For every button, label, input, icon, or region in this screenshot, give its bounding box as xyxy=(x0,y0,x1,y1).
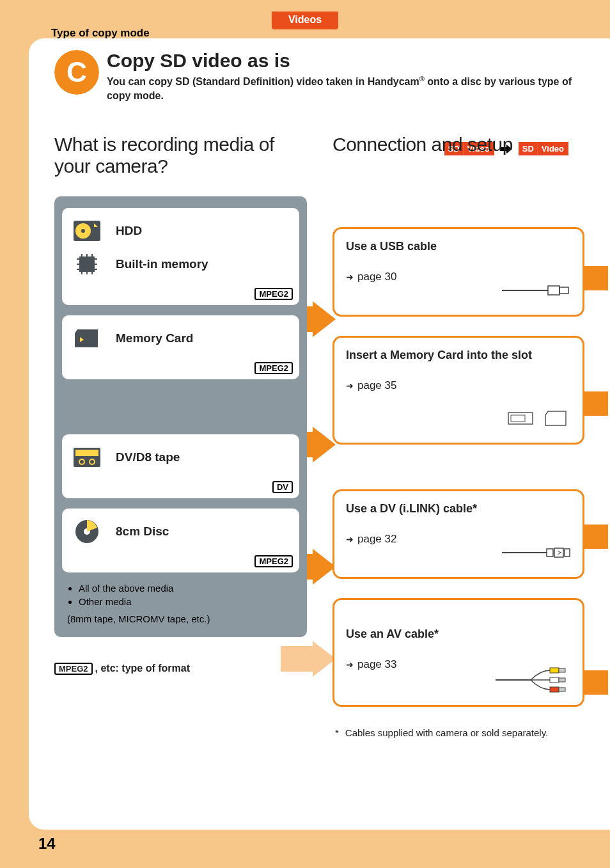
svg-rect-30 xyxy=(565,549,570,556)
footnote-text: Cables supplied with camera or sold sepa… xyxy=(345,726,548,739)
svg-rect-26 xyxy=(511,415,525,422)
disc-label: 8cm Disc xyxy=(116,525,169,539)
svg-rect-34 xyxy=(550,677,559,683)
memory-chip-icon xyxy=(71,250,103,278)
registered-mark: ® xyxy=(419,75,425,83)
arrow-icon: ➜ xyxy=(346,272,354,282)
conn-card-mem: Insert a Memory Card into the slot ➜ pag… xyxy=(332,336,584,445)
left-heading: What is recording media of your camera? xyxy=(54,134,307,177)
mode-c-badge: C xyxy=(54,50,99,95)
svg-rect-24 xyxy=(559,287,568,294)
media-row-memcard: Memory Card xyxy=(71,324,290,352)
stripe xyxy=(583,670,608,695)
type-of-copy-mode-label: Type of copy mode xyxy=(51,27,150,40)
right-heading: Connection and setup xyxy=(332,134,584,155)
dv-badge: DV xyxy=(272,481,293,493)
disc-icon xyxy=(71,517,103,546)
svg-rect-33 xyxy=(559,668,565,672)
conn-card-av: Use an AV cable* ➜ page 33 xyxy=(332,598,584,707)
conn-mem-title: Insert a Memory Card into the slot xyxy=(346,348,571,363)
svg-point-2 xyxy=(81,229,85,233)
mpeg2-badge: MPEG2 xyxy=(54,663,93,675)
page-subtitle: You can copy SD (Standard Definition) vi… xyxy=(107,74,584,103)
note-other-media: Other media xyxy=(79,595,297,608)
av-cable-icon xyxy=(496,664,572,696)
mpeg2-badge: MPEG2 xyxy=(254,288,293,300)
stripe xyxy=(583,525,608,549)
note-all-media: All of the above media xyxy=(79,581,297,595)
format-legend: MPEG2 , etc: type of format xyxy=(54,663,307,675)
usb-cable-icon xyxy=(502,279,572,302)
note-other-sub: (8mm tape, MICROMV tape, etc.) xyxy=(62,608,299,626)
svg-rect-37 xyxy=(559,688,565,691)
conn-mem-page: ➜ page 35 xyxy=(346,379,571,392)
card-slot-icon xyxy=(502,407,572,430)
media-card-memcard: Memory Card MPEG2 xyxy=(62,315,299,379)
page-ref: page 33 xyxy=(357,658,396,671)
footnote-mark: * xyxy=(335,726,339,739)
builtin-label: Built-in memory xyxy=(116,257,208,271)
page-number: 14 xyxy=(38,835,56,853)
arrow-icon: ➜ xyxy=(346,659,354,670)
media-notes: All of the above media Other media xyxy=(62,578,299,608)
right-column: Connection and setup Use a USB cable ➜ p… xyxy=(332,134,584,805)
conn-card-usb: Use a USB cable ➜ page 30 xyxy=(332,227,584,317)
left-column: What is recording media of your camera? … xyxy=(54,134,307,805)
media-panel: HDD Built-in memory MPEG2 xyxy=(54,196,307,637)
media-row-disc: 8cm Disc xyxy=(71,517,290,546)
arrow-icon: ➜ xyxy=(346,534,354,544)
media-row-builtin: Built-in memory xyxy=(71,250,290,278)
svg-rect-25 xyxy=(508,413,533,424)
conn-usb-title: Use a USB cable xyxy=(346,239,571,254)
page-ref: page 32 xyxy=(357,533,396,546)
svg-rect-36 xyxy=(550,687,559,692)
tape-icon xyxy=(71,443,103,471)
page-ref: page 35 xyxy=(357,379,396,392)
svg-rect-32 xyxy=(550,668,559,673)
memcard-label: Memory Card xyxy=(116,331,193,345)
header: C Copy SD video as is You can copy SD (S… xyxy=(29,38,610,108)
footnote: * Cables supplied with camera or sold se… xyxy=(332,726,584,739)
videos-tab: Videos xyxy=(272,12,338,29)
media-card-disc: 8cm Disc MPEG2 xyxy=(62,509,299,572)
subtitle-pre: You can copy SD (Standard Definition) vi… xyxy=(107,76,419,87)
media-row-tape: DV/D8 tape xyxy=(71,443,290,471)
conn-av-title: Use an AV cable* xyxy=(346,627,571,642)
media-card-hdd-builtin: HDD Built-in memory MPEG2 xyxy=(62,208,299,305)
media-card-tape: DV/D8 tape DV xyxy=(62,434,299,498)
page-title: Copy SD video as is xyxy=(107,50,584,72)
svg-rect-29 xyxy=(554,548,563,557)
tape-label: DV/D8 tape xyxy=(116,450,180,464)
hdd-label: HDD xyxy=(116,224,142,238)
svg-rect-3 xyxy=(79,256,95,272)
svg-rect-23 xyxy=(548,286,559,295)
hdd-icon xyxy=(71,217,103,245)
mpeg2-badge: MPEG2 xyxy=(254,362,293,374)
mpeg2-badge: MPEG2 xyxy=(254,555,293,567)
conn-dv-title: Use a DV (i.LINK) cable* xyxy=(346,501,571,516)
media-row-hdd: HDD xyxy=(71,217,290,245)
memory-card-icon xyxy=(71,324,103,352)
title-block: Copy SD video as is You can copy SD (Sta… xyxy=(107,50,584,103)
conn-card-dv: Use a DV (i.LINK) cable* ➜ page 32 xyxy=(332,489,584,579)
ilink-cable-icon xyxy=(502,541,572,564)
arrow-icon: ➜ xyxy=(346,381,354,391)
svg-rect-28 xyxy=(547,549,553,556)
main-panel: C Copy SD video as is You can copy SD (S… xyxy=(29,38,610,830)
page-ref: page 30 xyxy=(357,271,396,283)
svg-rect-35 xyxy=(559,678,565,682)
svg-rect-17 xyxy=(75,450,98,456)
legend-text: , etc: type of format xyxy=(95,663,190,674)
content-columns: What is recording media of your camera? … xyxy=(29,134,610,805)
stripe xyxy=(583,266,608,290)
stripe xyxy=(583,391,608,416)
